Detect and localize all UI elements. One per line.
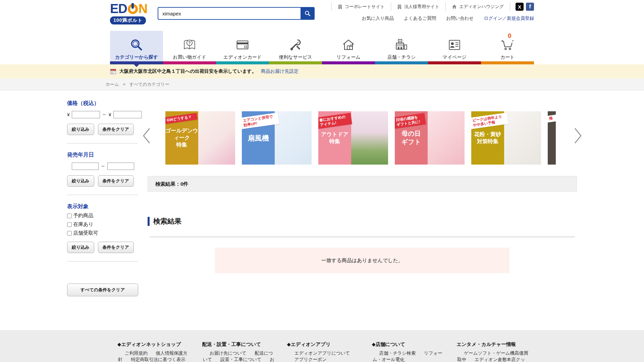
clear-all-filters-button[interactable]: すべての条件をクリア	[67, 284, 138, 296]
filter-sidebar: 価格（税込） ¥ ～ ¥ 絞り込み 条件をクリア 発売年月日 ～ 絞り込み 条件…	[67, 90, 138, 296]
no-results-message: 一致する商品はありませんでした。	[215, 248, 509, 273]
footer-link[interactable]: エディオン倉敷本店クッキングスタジオ	[457, 355, 525, 362]
release-filter-button[interactable]: 絞り込み	[67, 175, 94, 187]
footer-heading: ◆店舗について	[372, 341, 444, 348]
target-clear-button[interactable]: 条件をクリア	[98, 242, 134, 253]
footer-col-app-card: ◆エディオンアプリ エディオンアプリについて アプリクーポン ◆エディオンカード…	[280, 341, 365, 362]
faq-link[interactable]: よくあるご質問	[404, 15, 436, 21]
breadcrumb-current: すべてのカテゴリー	[129, 82, 169, 87]
footer-col-entertainment: エンタメ・カルチャー情報 ゲームソフト・ゲーム機高価買取中 エディオン倉敷本店ク…	[449, 341, 534, 362]
carousel-next-button[interactable]	[574, 127, 582, 144]
checkbox-reserve-items[interactable]: 予約商品	[67, 213, 138, 219]
banner-photo	[349, 111, 388, 165]
banner-photo	[502, 111, 541, 165]
login-register-link[interactable]: ログイン／新規会員登録	[484, 15, 534, 21]
result-count-bar: 検索結果：0件	[148, 176, 577, 192]
search-results-content: ゴールデンウィーク 特集 GWどうする？ 扇風機 エアコンと併用で 効率UP! …	[148, 90, 577, 273]
release-clear-button[interactable]: 条件をクリア	[98, 175, 134, 187]
price-min-input[interactable]	[72, 111, 100, 118]
delivery-notice-bar: 大阪府大阪市北区中之島１丁目への出荷目安を表示しています。 商品お届け先設定	[0, 64, 644, 78]
contact-link[interactable]: お問い合わせ	[446, 15, 474, 21]
search-bar	[158, 7, 315, 20]
delivery-notice-text: 大阪府大阪市北区中之島１丁目への出荷目安を表示しています。	[119, 68, 257, 74]
breadcrumb: ホーム > すべてのカテゴリー	[0, 78, 644, 90]
search-button[interactable]	[301, 7, 315, 20]
checkbox-store-pickup[interactable]: 店舗受取可	[67, 230, 138, 236]
reserve-items-checkbox[interactable]	[67, 214, 72, 218]
release-date-filter-title: 発売年月日	[67, 152, 138, 159]
breadcrumb-home-link[interactable]: ホーム	[106, 82, 119, 87]
target-filter-title: 表示対象	[67, 203, 138, 210]
store-pickup-checkbox[interactable]	[67, 231, 72, 236]
carousel-prev-button[interactable]	[142, 127, 151, 144]
nav-shopping-guide[interactable]: ? お買い物ガイド	[163, 31, 216, 64]
store-icon: E	[394, 35, 409, 52]
delivery-calendar-icon	[110, 68, 116, 74]
search-icon	[304, 10, 311, 17]
search-results-title: 検索結果	[148, 217, 577, 226]
power-button-icon	[128, 4, 138, 14]
footer-col-delivery: 配送・設置・工事について お届け先について 配送について 設置・工事について お…	[195, 341, 280, 362]
house-reform-icon	[341, 35, 356, 52]
banner-photo	[426, 111, 465, 165]
price-clear-button[interactable]: 条件をクリア	[98, 124, 134, 135]
site-header: ED N 100満ボルト コーポレートサイト	[0, 0, 644, 31]
price-filter-button[interactable]: 絞り込み	[67, 124, 94, 135]
nav-category-search[interactable]: カテゴリーから探す	[110, 31, 163, 64]
svg-text:?: ?	[188, 41, 191, 45]
facebook-icon[interactable]: f	[526, 3, 534, 11]
promo-carousel: ゴールデンウィーク 特集 GWどうする？ 扇風機 エアコンと併用で 効率UP! …	[148, 111, 577, 165]
nav-mypage[interactable]: マイページ	[428, 31, 481, 64]
top-links: コーポレートサイト 法人様専用サイト エディオンハウジング X f	[331, 2, 534, 11]
banner-mothers-day[interactable]: 母の日 ギフト 日頃の感謝を ギフトと共に!	[395, 111, 465, 165]
business-site-link[interactable]: 法人様専用サイト	[391, 2, 445, 11]
nav-stores[interactable]: E 店舗・チラシ	[375, 31, 428, 64]
x-twitter-icon[interactable]: X	[516, 3, 524, 11]
building-icon	[338, 4, 342, 9]
logo-sub-brand: 100満ボルト	[110, 16, 146, 24]
checkbox-in-stock[interactable]: 在庫あり	[67, 221, 138, 228]
release-to-input[interactable]	[107, 163, 134, 170]
cart-count-badge: 0	[508, 32, 512, 40]
nav-reform[interactable]: リフォーム	[322, 31, 375, 64]
footer-link[interactable]: 特定商取引法に基づく表示	[124, 355, 185, 362]
logo-text-n: N	[139, 2, 147, 15]
shopping-guide-icon: ?	[182, 35, 197, 52]
release-from-input[interactable]	[72, 163, 99, 170]
id-card-person-icon	[447, 35, 462, 52]
footer-link[interactable]: 設置・工事について	[214, 355, 262, 362]
nav-edion-card[interactable]: エディオンカード	[216, 31, 269, 64]
main-nav: カテゴリーから探す ? お買い物ガイド エディオンカード 便利なサービス	[0, 31, 644, 64]
housing-link[interactable]: エディオンハウジング	[445, 2, 510, 11]
banner-partial[interactable]: 帰	[548, 111, 556, 165]
banner-fans[interactable]: 扇風機 エアコンと併用で 効率UP!	[242, 111, 312, 165]
logo-text-ed: ED	[110, 2, 127, 15]
user-links: お気に入り商品 よくあるご質問 お問い合わせ ログイン／新規会員登録	[331, 15, 534, 21]
edion-logo-word: ED N	[110, 2, 147, 15]
footer-heading: エンタメ・カルチャー情報	[457, 341, 529, 348]
in-stock-checkbox[interactable]	[67, 222, 72, 227]
nav-cart[interactable]: 0 カート	[481, 31, 534, 64]
footer-link[interactable]: アプリクーポン	[288, 355, 327, 362]
banner-outdoor[interactable]: アウトドア 特集 春におすすめの アイテム!	[318, 111, 388, 165]
corporate-site-link[interactable]: コーポレートサイト	[331, 2, 391, 11]
housing-label: エディオンハウジング	[459, 4, 504, 10]
building-icon	[397, 4, 402, 9]
house-icon	[452, 4, 457, 9]
price-max-input[interactable]	[113, 111, 142, 118]
banner-photo	[196, 111, 235, 165]
site-footer: ◆エディオンネットショップ ご利用規約 個人情報保護方針 特定商取引法に基づく表…	[0, 330, 644, 362]
footer-col-stores: ◆店舗について 店舗・チラシ検索 リフォーム・オール電化 家電トータルサポート …	[364, 341, 449, 362]
edion-logo[interactable]: ED N 100満ボルト	[110, 2, 147, 24]
target-filter-button[interactable]: 絞り込み	[67, 242, 94, 253]
nav-services[interactable]: 便利なサービス	[269, 31, 322, 64]
search-input[interactable]	[158, 7, 301, 20]
footer-heading: 配送・設置・工事について	[202, 341, 275, 348]
tools-icon	[288, 35, 303, 52]
favorites-link[interactable]: お気に入り商品	[362, 15, 393, 21]
cart-icon: 0	[500, 35, 515, 52]
banner-golden-week[interactable]: ゴールデンウィーク 特集 GWどうする？	[165, 111, 235, 165]
svg-text:E: E	[399, 40, 401, 43]
banner-pollen[interactable]: 花粉・黄砂 対策特集 ピークは例年より やや多い予報	[471, 111, 541, 165]
delivery-address-setting-link[interactable]: 商品お届け先設定	[261, 68, 299, 74]
